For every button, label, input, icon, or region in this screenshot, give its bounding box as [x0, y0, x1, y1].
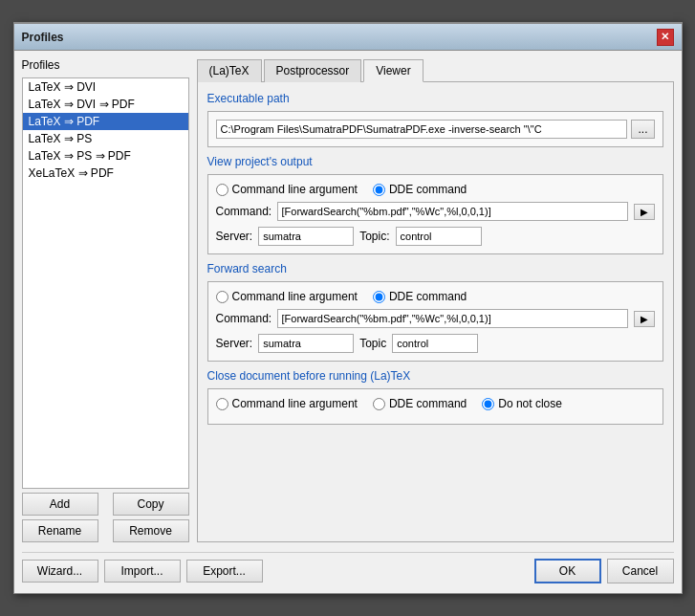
close-section-box: Command line argument DDE command Do not…: [207, 388, 663, 425]
exe-section-box: ...: [207, 111, 663, 147]
exe-path-row: ...: [216, 120, 655, 139]
title-bar: Profiles ✕: [14, 24, 682, 51]
forward-radio-dde[interactable]: [373, 291, 385, 303]
forward-topic-input[interactable]: [392, 334, 478, 353]
close-radio-dde-text: DDE command: [389, 397, 467, 410]
close-radio-cmd[interactable]: [216, 398, 228, 410]
forward-radio-dde-text: DDE command: [389, 290, 467, 303]
view-cmd-label: Command:: [216, 205, 271, 218]
exe-section-title: Executable path: [207, 92, 663, 105]
view-radio-cmd[interactable]: [216, 184, 228, 196]
window-title: Profiles: [22, 31, 64, 44]
forward-server-label: Server:: [216, 337, 253, 350]
view-topic-input[interactable]: [396, 227, 482, 246]
bottom-right-buttons: OK Cancel: [534, 559, 674, 583]
profiles-label: Profiles: [22, 58, 189, 72]
remove-button[interactable]: Remove: [113, 519, 189, 542]
forward-radio-row: Command line argument DDE command: [216, 290, 655, 303]
close-button[interactable]: ✕: [657, 29, 674, 46]
profile-latex-ps[interactable]: LaTeX ⇒ PS: [23, 130, 188, 147]
view-radio-row: Command line argument DDE command: [216, 183, 655, 196]
forward-cmd-arrow-button[interactable]: ▶: [634, 311, 655, 327]
view-radio-dde[interactable]: [373, 184, 385, 196]
tab-latex[interactable]: (La)TeX: [197, 59, 262, 82]
forward-server-topic-row: Server: Topic: [216, 334, 655, 353]
viewer-tab-content: Executable path ... View project's outpu…: [197, 82, 674, 542]
view-section-box: Command line argument DDE command Comman…: [207, 174, 663, 254]
profile-xelatex-pdf[interactable]: XeLaTeX ⇒ PDF: [23, 165, 188, 182]
close-section-title: Close document before running (La)TeX: [207, 369, 663, 383]
profile-btn-row-bottom: Rename Remove: [22, 519, 189, 542]
forward-cmd-row: Command: ▶: [216, 309, 655, 328]
profile-btn-row-top: Add Copy: [22, 493, 189, 516]
close-radio-row: Command line argument DDE command Do not…: [216, 397, 655, 410]
profile-latex-ps-pdf[interactable]: LaTeX ⇒ PS ⇒ PDF: [23, 147, 188, 165]
copy-button[interactable]: Copy: [113, 493, 189, 516]
view-section-title: View project's output: [207, 155, 663, 168]
wizard-button[interactable]: Wizard...: [22, 560, 98, 583]
tabs: (La)TeX Postprocessor Viewer: [197, 58, 674, 82]
add-button[interactable]: Add: [22, 493, 98, 516]
main-area: Profiles LaTeX ⇒ DVI LaTeX ⇒ DVI ⇒ PDF L…: [22, 58, 674, 542]
profiles-list[interactable]: LaTeX ⇒ DVI LaTeX ⇒ DVI ⇒ PDF LaTeX ⇒ PD…: [22, 77, 189, 489]
close-radio-no-label[interactable]: Do not close: [482, 397, 562, 410]
view-radio-dde-text: DDE command: [389, 183, 467, 196]
exe-path-input[interactable]: [216, 120, 628, 139]
view-radio-dde-label[interactable]: DDE command: [373, 183, 467, 196]
profile-latex-dvi-pdf[interactable]: LaTeX ⇒ DVI ⇒ PDF: [23, 96, 188, 113]
profiles-dialog: Profiles ✕ Profiles LaTeX ⇒ DVI LaTeX ⇒ …: [13, 22, 683, 594]
close-radio-no[interactable]: [482, 398, 494, 410]
window-body: Profiles LaTeX ⇒ DVI LaTeX ⇒ DVI ⇒ PDF L…: [14, 51, 682, 593]
close-radio-cmd-label[interactable]: Command line argument: [216, 397, 358, 410]
view-server-topic-row: Server: Topic:: [216, 227, 655, 246]
profile-latex-dvi[interactable]: LaTeX ⇒ DVI: [23, 78, 188, 96]
browse-button[interactable]: ...: [631, 120, 654, 139]
tab-postprocessor[interactable]: Postprocessor: [264, 59, 362, 82]
tab-viewer[interactable]: Viewer: [363, 59, 423, 82]
view-cmd-input[interactable]: [277, 202, 628, 221]
view-server-label: Server:: [216, 230, 253, 243]
close-radio-dde-label[interactable]: DDE command: [373, 397, 467, 410]
forward-radio-dde-label[interactable]: DDE command: [373, 290, 467, 303]
rename-button[interactable]: Rename: [22, 519, 98, 542]
right-panel: (La)TeX Postprocessor Viewer Executable …: [197, 58, 674, 542]
close-radio-dde[interactable]: [373, 398, 385, 410]
bottom-left-buttons: Wizard... Import... Export...: [22, 560, 263, 583]
profile-latex-pdf[interactable]: LaTeX ⇒ PDF: [23, 113, 188, 130]
close-radio-cmd-text: Command line argument: [232, 397, 358, 410]
view-cmd-arrow-button[interactable]: ▶: [634, 204, 655, 220]
view-cmd-row: Command: ▶: [216, 202, 655, 221]
close-radio-no-text: Do not close: [498, 397, 562, 410]
forward-radio-cmd-label[interactable]: Command line argument: [216, 290, 358, 303]
view-topic-label: Topic:: [359, 230, 389, 243]
forward-server-input[interactable]: [258, 334, 354, 353]
forward-topic-label: Topic: [359, 337, 386, 350]
view-radio-cmd-text: Command line argument: [232, 183, 358, 196]
view-radio-cmd-label[interactable]: Command line argument: [216, 183, 358, 196]
import-button[interactable]: Import...: [104, 560, 181, 583]
forward-radio-cmd[interactable]: [216, 291, 228, 303]
forward-section-box: Command line argument DDE command Comman…: [207, 281, 663, 362]
forward-cmd-label: Command:: [216, 312, 271, 325]
ok-button[interactable]: OK: [534, 559, 601, 583]
export-button[interactable]: Export...: [186, 560, 263, 583]
forward-cmd-input[interactable]: [277, 309, 628, 328]
bottom-bar: Wizard... Import... Export... OK Cancel: [22, 552, 674, 585]
left-panel: Profiles LaTeX ⇒ DVI LaTeX ⇒ DVI ⇒ PDF L…: [22, 58, 189, 542]
view-server-input[interactable]: [258, 227, 354, 246]
cancel-button[interactable]: Cancel: [607, 559, 674, 583]
forward-radio-cmd-text: Command line argument: [232, 290, 358, 303]
forward-section-title: Forward search: [207, 262, 663, 275]
